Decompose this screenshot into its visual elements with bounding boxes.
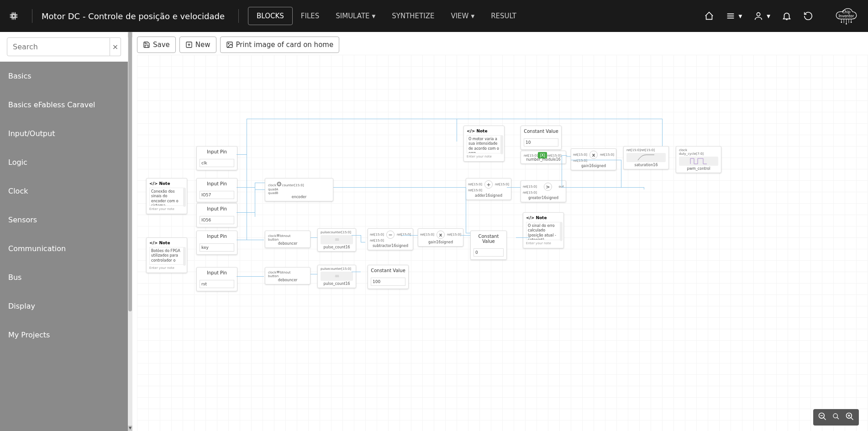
note-placeholder[interactable]: Enter your note — [467, 155, 501, 158]
wire — [255, 183, 255, 217]
nav-blocks[interactable]: BLOCKS — [248, 7, 293, 25]
wire — [247, 119, 662, 119]
bell-icon[interactable] — [782, 11, 792, 21]
note-text[interactable]: Conexão dos sinais do encoder com o sist… — [149, 188, 184, 206]
history-icon[interactable] — [803, 11, 813, 21]
zoom-controls — [813, 409, 859, 426]
node-gain-upper[interactable]: ret[15:0]xret[15:0] ret[15:0] gain16sign… — [571, 148, 616, 170]
note-placeholder[interactable]: Enter your note — [526, 242, 561, 245]
note-placeholder[interactable]: Enter your note — [149, 266, 184, 270]
node-constant-10[interactable]: Constant Value 10 — [521, 126, 562, 150]
multiply-icon: x — [589, 151, 598, 159]
node-value[interactable]: 100 — [371, 278, 405, 286]
node-greater[interactable]: ret[15:0]>out ret[15:0] greater16signed — [521, 180, 566, 202]
wire — [310, 237, 317, 238]
note-scroll[interactable] — [500, 135, 503, 154]
note-text[interactable]: O sinal do erro calculado (posição atual… — [526, 222, 561, 240]
node-input-pin-io57[interactable]: Input Pin IO57 — [196, 178, 237, 202]
node-value[interactable]: 10 — [524, 138, 558, 147]
cat-communication[interactable]: Communication — [0, 234, 128, 263]
node-input-pin-io56[interactable]: Input Pin IO56 — [196, 203, 237, 227]
cat-basics-efabless[interactable]: Basics eFabless Caravel — [0, 90, 128, 119]
note-scroll[interactable] — [183, 247, 186, 266]
node-constant-100[interactable]: Constant Value 100 — [368, 265, 409, 289]
note-buttons[interactable]: </>Note Botões do FPGA utilizados para c… — [146, 237, 187, 273]
node-input-pin-clk[interactable]: Input Pin clk — [196, 146, 237, 170]
port-label: clock — [679, 148, 687, 152]
node-pulse-count-2[interactable]: pulsecounter[15:0] ⎍⎍ pulse_count16 — [317, 265, 356, 288]
note-text[interactable]: Botões do FPGA utilizados para controlad… — [149, 247, 184, 265]
node-value[interactable]: rst — [200, 280, 234, 288]
user-icon[interactable] — [753, 11, 763, 21]
nav-synthetize[interactable]: SYNTHETIZE — [384, 7, 442, 25]
node-adder[interactable]: ret[15:0]+ret[15:0] ret[15:0] adder16sig… — [466, 178, 511, 200]
nav-simulate[interactable]: SIMULATE▼ — [327, 7, 384, 25]
node-input-pin-rst[interactable]: Input Pin rst — [196, 267, 237, 291]
clear-search-button[interactable]: × — [110, 37, 121, 56]
cat-input-output[interactable]: Input/Output — [0, 119, 128, 148]
cat-basics[interactable]: Basics — [0, 62, 128, 90]
zoom-out-icon[interactable] — [818, 412, 827, 423]
note-text[interactable]: O motor varia a sua intensidade de acord… — [467, 135, 501, 153]
chip-icon[interactable] — [9, 11, 18, 21]
logo[interactable]: ChipInventor — [834, 7, 859, 25]
node-title: Constant Value — [521, 126, 561, 137]
note-scroll[interactable] — [183, 188, 186, 207]
search-input[interactable] — [7, 37, 110, 56]
node-value[interactable]: clk — [200, 159, 234, 167]
node-saturation[interactable]: ret[15:0]ret[15:0] saturation16 — [623, 146, 669, 169]
print-button[interactable]: Print image of card on home — [220, 37, 340, 53]
home-icon[interactable] — [704, 11, 714, 21]
cat-display[interactable]: Display — [0, 292, 128, 321]
node-number-module[interactable]: ret[15:0]|X|ret[15:0] number_module16 — [521, 151, 566, 164]
cat-bus[interactable]: Bus — [0, 263, 128, 292]
divider — [238, 9, 239, 23]
node-constant-0[interactable]: Constant Value 0 — [470, 231, 507, 260]
scroll-down-icon[interactable]: ▼ — [128, 426, 132, 431]
category-list[interactable]: Basics Basics eFabless Caravel Input/Out… — [0, 62, 128, 431]
node-pulse-count-1[interactable]: pulsecounter[15:0] ⎍⎍ pulse_count16 — [317, 228, 356, 252]
cat-my-projects[interactable]: My Projects — [0, 321, 128, 349]
nav-result[interactable]: RESULT — [483, 7, 525, 25]
menu-icon[interactable] — [726, 11, 736, 21]
node-value[interactable]: 0 — [473, 248, 504, 257]
canvas[interactable]: Save New Print image of card on home — [132, 32, 868, 431]
scroll-thumb[interactable] — [128, 32, 132, 311]
node-gain-lower[interactable]: ret[15:0]xret[15:0] gain16signed — [418, 228, 463, 247]
note-error[interactable]: </>Note O sinal do erro calculado (posiç… — [523, 212, 564, 248]
sidebar-scrollbar[interactable]: ▲ ▼ — [128, 32, 132, 431]
node-pwm[interactable]: clock duty_cycle[7:0] pwm_control — [676, 146, 721, 173]
port-label: duty_cycle[7:0] — [679, 152, 704, 156]
node-subtractor[interactable]: ret[15:0]−ret[15:0] ret[15:0] subtractor… — [368, 228, 413, 250]
saturation-icon — [626, 153, 666, 162]
multiply-icon: x — [437, 231, 445, 239]
node-encoder[interactable]: clock⚙counter[15:0] quadA quadB encoder — [265, 178, 333, 201]
node-value[interactable]: IO56 — [200, 216, 234, 224]
cat-clock[interactable]: Clock — [0, 177, 128, 205]
cat-sensors[interactable]: Sensors — [0, 205, 128, 234]
nav-files[interactable]: FILES — [293, 7, 327, 25]
zoom-in-icon[interactable] — [845, 412, 854, 423]
cat-logic[interactable]: Logic — [0, 148, 128, 177]
node-label: number_module16 — [524, 158, 563, 162]
node-debouncer-1[interactable]: clock≡btnout button debouncer — [265, 231, 310, 248]
nav-view[interactable]: VIEW▼ — [442, 7, 483, 25]
image-icon — [226, 41, 233, 48]
zoom-reset-icon[interactable] — [832, 413, 840, 422]
new-button[interactable]: New — [179, 37, 216, 53]
note-motor[interactable]: </>Note O motor varia a sua intensidade … — [463, 126, 505, 162]
node-debouncer-2[interactable]: clock≡btnout button debouncer — [265, 267, 310, 284]
note-encoder[interactable]: </>Note Conexão dos sinais do encoder co… — [146, 178, 187, 214]
node-value[interactable]: key — [200, 243, 234, 252]
wire — [237, 212, 255, 213]
node-input-pin-key[interactable]: Input Pin key — [196, 231, 237, 255]
note-placeholder[interactable]: Enter your note — [149, 207, 184, 211]
svg-point-30 — [228, 43, 229, 44]
wire — [562, 155, 567, 156]
code-icon: </> — [467, 129, 475, 133]
node-value[interactable]: IO57 — [200, 191, 234, 199]
note-scroll[interactable] — [560, 222, 563, 241]
wire — [247, 212, 247, 240]
save-button[interactable]: Save — [137, 37, 176, 53]
port-label: ret[15:0] — [495, 183, 509, 186]
